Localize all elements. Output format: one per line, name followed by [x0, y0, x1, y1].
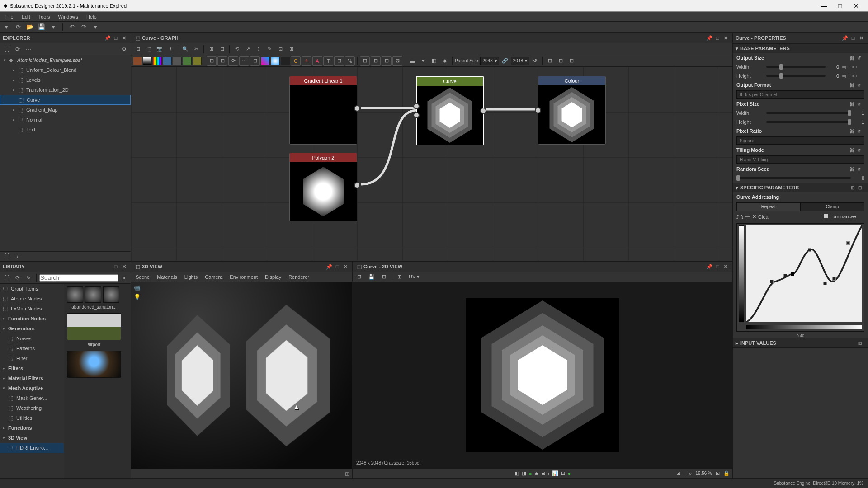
library-tool-1[interactable]: ⛶: [2, 273, 12, 282]
section-input-values[interactable]: ▸INPUT VALUES ⊡: [733, 338, 868, 348]
maximize-icon[interactable]: □: [713, 35, 722, 41]
curve-channel-dropdown[interactable]: Luminance▾: [824, 214, 864, 220]
graph-align-btn[interactable]: ⊡: [382, 56, 392, 66]
view2d-bb-btn[interactable]: ⊡: [676, 470, 680, 476]
graph-misc-btn[interactable]: ⊞: [545, 56, 555, 66]
section-specific-parameters[interactable]: ▾SPECIFIC PARAMETERS ⊞ ⊟: [733, 183, 868, 192]
tree-item[interactable]: ▸⬚Uniform_Colour_Blend: [0, 65, 131, 75]
view2d-bb-btn[interactable]: ⊟: [541, 470, 545, 476]
graph-node-btn[interactable]: C: [291, 56, 301, 66]
tree-item[interactable]: ▸⬚Gradient_Map: [0, 105, 131, 115]
addressing-repeat[interactable]: Repeat: [736, 202, 801, 211]
lib-tree-item[interactable]: ⬚FxMap Nodes: [0, 304, 64, 314]
close-icon[interactable]: ✕: [120, 35, 128, 41]
tree-item-selected[interactable]: ⬚Curve: [0, 95, 131, 105]
maximize-icon[interactable]: □: [112, 35, 120, 41]
lock-icon[interactable]: 🔒: [723, 470, 730, 476]
graph-view-btn[interactable]: ◧: [429, 56, 439, 66]
close-icon[interactable]: ✕: [341, 264, 349, 270]
pin-icon[interactable]: 📌: [104, 35, 112, 41]
node-curve[interactable]: Curve: [416, 76, 484, 145]
view2d-bb-btn[interactable]: ⊡: [561, 470, 565, 476]
view2d-bb-btn[interactable]: ◨: [522, 470, 526, 476]
tree-root[interactable]: ▾◆ AtomicNodes_Examples.sbs*: [0, 55, 131, 65]
graph-tool[interactable]: ⊞: [286, 45, 296, 54]
explorer-footer-btn-1[interactable]: ⛶: [2, 252, 12, 261]
library-tool-3[interactable]: ✎: [24, 273, 33, 282]
node-gradient-linear[interactable]: Gradient Linear 1: [289, 76, 357, 145]
curve-clear-icon[interactable]: ✕: [752, 214, 756, 220]
addressing-clamp[interactable]: Clamp: [801, 202, 865, 211]
graph-tool[interactable]: ⊡: [275, 45, 285, 54]
explorer-tool-3[interactable]: ⋯: [24, 45, 33, 54]
node-output-port[interactable]: [354, 105, 360, 112]
tiling-mode-dropdown[interactable]: H and V Tiling: [736, 155, 864, 164]
window-close-button[interactable]: ✕: [848, 2, 864, 9]
swatch-icon[interactable]: [133, 57, 142, 65]
view2d-bb-btn[interactable]: ◧: [514, 470, 519, 476]
camera-icon[interactable]: 📹: [134, 285, 141, 291]
output-width-slider[interactable]: [766, 66, 826, 68]
node-output-port[interactable]: [480, 108, 486, 114]
view2d-tool[interactable]: ⊞: [355, 274, 363, 280]
graph-tool[interactable]: ↗: [243, 45, 253, 54]
graph-align-btn[interactable]: ⊟: [360, 56, 370, 66]
graph-node-btn[interactable]: T: [323, 56, 333, 66]
menu-tools[interactable]: Tools: [35, 13, 54, 20]
lib-tree-item[interactable]: ▾3D View: [0, 433, 64, 443]
swatch-icon[interactable]: [271, 57, 280, 65]
swatch-icon[interactable]: [281, 57, 290, 65]
parent-width-dropdown[interactable]: 2048▾: [480, 57, 499, 65]
link-mode-icon[interactable]: ⛓: [850, 129, 857, 134]
graph-tool[interactable]: ⤴: [254, 45, 264, 54]
graph-node-btn[interactable]: ⊞: [207, 56, 217, 66]
view3d-menu-scene[interactable]: Scene: [134, 274, 151, 280]
lib-tree-item[interactable]: ⬚Filter: [0, 353, 64, 363]
graph-view-btn[interactable]: ◆: [440, 56, 450, 66]
lib-tree-item-selected[interactable]: ⬚HDRI Enviro...: [0, 443, 64, 453]
explorer-footer-btn-2[interactable]: i: [13, 252, 23, 261]
random-seed-slider[interactable]: [736, 177, 851, 179]
library-thumb[interactable]: airport: [67, 313, 121, 347]
view2d-tool[interactable]: 💾: [367, 274, 377, 280]
lib-tree-item[interactable]: ⬚Weathering: [0, 403, 64, 413]
view3d-menu-display[interactable]: Display: [263, 274, 283, 280]
view3d-menu-materials[interactable]: Materials: [155, 274, 179, 280]
swatch-icon[interactable]: [261, 57, 270, 65]
graph-tool[interactable]: 🔍: [180, 45, 190, 54]
menu-help[interactable]: Help: [83, 13, 100, 20]
link-mode-icon[interactable]: ⛓: [850, 167, 857, 172]
explorer-tool-4[interactable]: ⚙: [119, 45, 129, 54]
graph-node-btn[interactable]: %: [345, 56, 355, 66]
view2d-bb-btn[interactable]: ○: [689, 471, 692, 476]
view2d-tool[interactable]: ⊡: [380, 274, 388, 280]
lib-tree-item[interactable]: ⬚Patterns: [0, 343, 64, 353]
tree-item[interactable]: ▸⬚Normal: [0, 115, 131, 125]
curve-preset-icon[interactable]: ⤴: [736, 214, 739, 220]
node-input-port[interactable]: [413, 103, 420, 109]
library-thumb[interactable]: [67, 351, 121, 378]
window-minimize-button[interactable]: —: [816, 2, 832, 9]
view2d-bb-btn[interactable]: ⊡: [716, 470, 720, 476]
link-mode-icon[interactable]: ⛓: [850, 83, 857, 88]
graph-tool[interactable]: ✂: [191, 45, 201, 54]
close-icon[interactable]: ✕: [722, 264, 730, 270]
view3d-statusbar-btn[interactable]: ⊞: [345, 471, 349, 477]
menu-windows[interactable]: Windows: [54, 13, 82, 20]
lib-tree-item[interactable]: ⬚Utilities: [0, 413, 64, 423]
undo-button[interactable]: ↶: [67, 23, 76, 31]
view2d-canvas[interactable]: 2048 x 2048 (Grayscale, 16bpc): [353, 282, 732, 468]
explorer-tool-2[interactable]: ⟳: [13, 45, 23, 54]
close-icon[interactable]: ✕: [857, 35, 865, 41]
view3d-menu-camera[interactable]: Camera: [203, 274, 224, 280]
curve-plot[interactable]: [746, 225, 862, 322]
close-icon[interactable]: ✕: [120, 264, 128, 270]
reset-icon[interactable]: ↺: [857, 148, 864, 153]
menu-edit[interactable]: Edit: [18, 13, 34, 20]
swatch-icon[interactable]: [153, 57, 162, 65]
node-output-port[interactable]: [354, 182, 360, 188]
maximize-icon[interactable]: □: [713, 264, 722, 269]
graph-view-btn[interactable]: ▬: [407, 56, 417, 66]
view2d-bb-btn[interactable]: i: [548, 471, 549, 476]
graph-tool[interactable]: ⟲: [232, 45, 242, 54]
